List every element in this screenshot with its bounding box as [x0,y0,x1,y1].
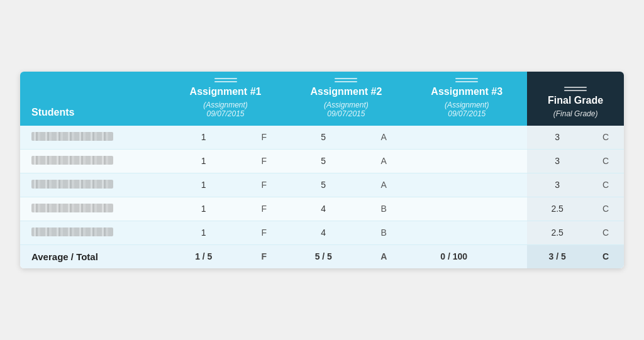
assignment2-subtitle: (Assignment) 09/07/2015 [291,101,401,118]
final-grade: C [587,126,624,150]
assignment2-header: Assignment #2 (Assignment) 09/07/2015 [286,72,406,125]
finalgrade-subtitle: (Final Grade) [532,109,619,118]
assignment1-subtitle: (Assignment) 09/07/2015 [170,101,281,118]
student-name [20,149,165,173]
table-row: 1F5A3C [20,126,624,150]
a1-score: 1 [165,149,242,173]
a3-score [406,197,501,221]
average-a2-grade: A [361,244,406,268]
a3-score [406,221,501,244]
finalgrade-header: Final Grade (Final Grade) [527,72,624,125]
gradebook-table: Students Assignment #1 (Assignment) 09/0… [20,72,624,268]
final-grade: C [587,221,624,244]
a3-grade [501,221,527,244]
assignment3-subtitle: (Assignment) 09/07/2015 [411,101,522,118]
a3-score [406,173,501,197]
a2-score: 5 [286,149,361,173]
a1-grade: F [242,126,286,150]
a1-score: 1 [165,126,242,150]
a2-score: 5 [286,126,361,150]
a2-grade: B [361,221,406,244]
table-row: 1F4B2.5C [20,197,624,221]
a2-score: 5 [286,173,361,197]
average-a3-grade [501,244,527,268]
student-name [20,221,165,244]
table-row: 1F5A3C [20,149,624,173]
a1-grade: F [242,197,286,221]
assignment1-title: Assignment #1 [170,85,281,97]
a2-grade: A [361,126,406,150]
average-a1-score: 1 / 5 [165,244,242,268]
a1-score: 1 [165,221,242,244]
a1-grade: F [242,149,286,173]
a1-score: 1 [165,173,242,197]
drag-handle-icon[interactable] [214,78,237,82]
final-grade: C [587,197,624,221]
students-header: Students [20,72,165,125]
average-final-score: 3 / 5 [527,244,587,268]
assignment1-header: Assignment #1 (Assignment) 09/07/2015 [165,72,286,125]
finalgrade-title: Final Grade [532,94,619,106]
final-score: 3 [527,173,587,197]
student-name [20,126,165,150]
a2-score: 4 [286,221,361,244]
a3-grade [501,149,527,173]
drag-handle-icon[interactable] [335,78,357,82]
a3-score [406,149,501,173]
table-row: 1F5A3C [20,173,624,197]
average-final-grade: C [587,244,624,268]
final-score: 2.5 [527,197,587,221]
a3-grade [501,197,527,221]
average-a2-score: 5 / 5 [286,244,361,268]
drag-handle-icon[interactable] [455,78,478,82]
assignment3-header: Assignment #3 (Assignment) 09/07/2015 [406,72,527,125]
average-label: Average / Total [20,244,165,268]
student-name [20,173,165,197]
final-score: 3 [527,149,587,173]
final-grade: C [587,173,624,197]
a3-score [406,126,501,150]
final-grade: C [587,149,624,173]
a3-grade [501,126,527,150]
assignment2-title: Assignment #2 [291,85,401,97]
a2-score: 4 [286,197,361,221]
students-label: Students [31,107,74,118]
header-row: Students Assignment #1 (Assignment) 09/0… [20,72,624,125]
a1-grade: F [242,173,286,197]
a2-grade: B [361,197,406,221]
a2-grade: A [361,173,406,197]
drag-handle-icon[interactable] [564,87,587,90]
average-row: Average / Total 1 / 5 F 5 / 5 A 0 / 100 … [20,244,624,268]
table-body: 1F5A3C1F5A3C1F5A3C1F4B2.5C1F4B2.5C Avera… [20,126,624,268]
final-score: 3 [527,126,587,150]
a2-grade: A [361,149,406,173]
final-score: 2.5 [527,221,587,244]
assignment3-title: Assignment #3 [411,85,522,97]
table-row: 1F4B2.5C [20,221,624,244]
a1-score: 1 [165,197,242,221]
a1-grade: F [242,221,286,244]
average-a1-grade: F [242,244,286,268]
a3-grade [501,173,527,197]
average-a3-score: 0 / 100 [406,244,501,268]
student-name [20,197,165,221]
